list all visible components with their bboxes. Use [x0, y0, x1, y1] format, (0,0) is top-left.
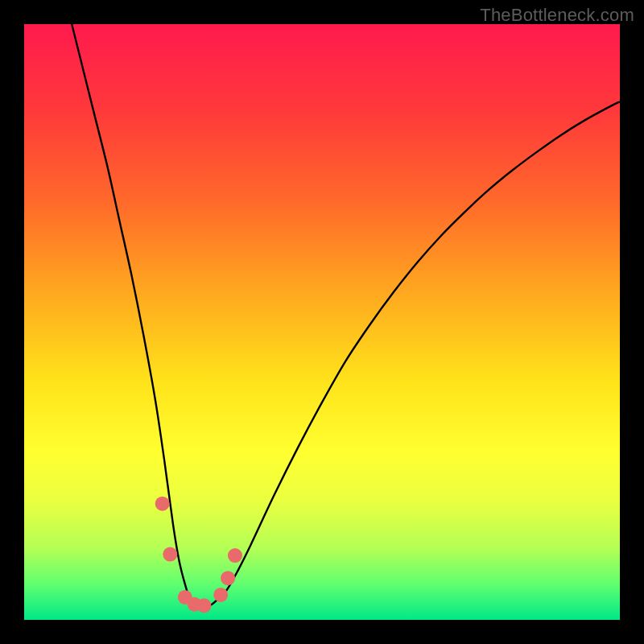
- data-marker: [196, 598, 211, 613]
- data-marker: [155, 497, 170, 511]
- chart-frame: TheBottleneck.com: [0, 0, 644, 644]
- data-marker: [213, 588, 228, 602]
- data-marker: [163, 547, 177, 562]
- watermark-text: TheBottleneck.com: [480, 5, 634, 26]
- chart-svg: [24, 24, 620, 620]
- gradient-background: [24, 24, 620, 620]
- data-marker: [221, 571, 235, 585]
- data-marker: [228, 548, 242, 563]
- plot-area: [24, 24, 620, 620]
